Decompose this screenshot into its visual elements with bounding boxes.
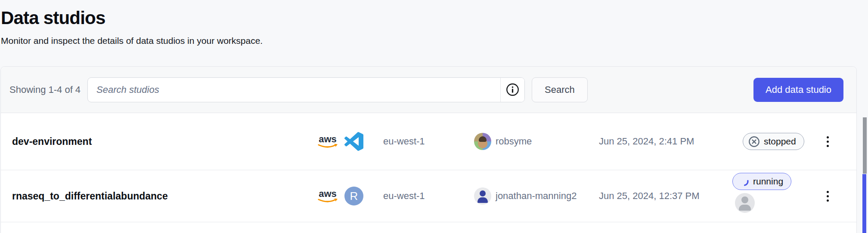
region-cell: eu-west-1 bbox=[383, 190, 471, 202]
date-cell: Jun 25, 2024, 12:37 PM bbox=[599, 190, 715, 202]
table-row[interactable]: dev-environment aws eu-west-1 robsyme Ju… bbox=[1, 113, 856, 170]
status-cell: running bbox=[715, 170, 821, 222]
participant-avatar bbox=[735, 193, 755, 213]
compute-icons-cell: aws bbox=[315, 132, 383, 151]
page-header: Data studios Monitor and inspect the det… bbox=[0, 0, 868, 46]
search-button[interactable]: Search bbox=[532, 77, 588, 102]
date-cell: Jun 25, 2024, 2:41 PM bbox=[599, 136, 715, 147]
region-cell: eu-west-1 bbox=[383, 136, 471, 147]
compute-icons-cell: aws R bbox=[315, 187, 383, 205]
status-cell: stopped bbox=[715, 133, 821, 150]
user-avatar bbox=[474, 187, 491, 205]
user-name: jonathan-manning2 bbox=[496, 190, 577, 202]
row-menu-button[interactable] bbox=[823, 132, 832, 151]
info-circle-icon bbox=[506, 83, 519, 96]
studio-name[interactable]: rnaseq_to_differentialabundance bbox=[12, 190, 315, 202]
table-row-partial bbox=[1, 222, 856, 229]
table-row[interactable]: rnaseq_to_differentialabundance aws R eu… bbox=[1, 170, 856, 222]
user-cell: jonathan-manning2 bbox=[471, 187, 599, 205]
scrollbar-accent[interactable] bbox=[862, 174, 866, 233]
search-info-button[interactable] bbox=[501, 78, 524, 102]
aws-icon: aws bbox=[315, 188, 340, 204]
user-name: robsyme bbox=[496, 136, 532, 147]
aws-icon: aws bbox=[315, 133, 340, 150]
page-title: Data studios bbox=[1, 8, 868, 28]
search-input[interactable] bbox=[88, 78, 500, 102]
toolbar: Showing 1-4 of 4 Search Add data studio bbox=[1, 67, 856, 113]
status-badge: running bbox=[732, 173, 791, 190]
status-label: stopped bbox=[764, 136, 796, 147]
scrollbar-thumb[interactable] bbox=[863, 117, 867, 174]
running-spinner-icon bbox=[738, 175, 750, 187]
vscode-icon bbox=[344, 132, 363, 151]
status-label: running bbox=[753, 176, 783, 187]
svg-text:aws: aws bbox=[319, 188, 337, 199]
stopped-x-circle-icon bbox=[748, 136, 760, 147]
search-box bbox=[87, 77, 525, 102]
user-avatar bbox=[474, 133, 491, 150]
page-subtitle: Monitor and inspect the details of data … bbox=[1, 36, 868, 46]
svg-text:aws: aws bbox=[319, 134, 337, 144]
add-data-studio-button[interactable]: Add data studio bbox=[753, 78, 843, 102]
studio-name[interactable]: dev-environment bbox=[12, 136, 315, 147]
studios-card: Showing 1-4 of 4 Search Add data studio … bbox=[0, 66, 857, 233]
showing-count: Showing 1-4 of 4 bbox=[9, 84, 81, 95]
row-menu-button[interactable] bbox=[823, 187, 832, 206]
status-badge: stopped bbox=[743, 133, 804, 150]
user-cell: robsyme bbox=[471, 133, 599, 150]
rstudio-icon: R bbox=[344, 187, 363, 205]
